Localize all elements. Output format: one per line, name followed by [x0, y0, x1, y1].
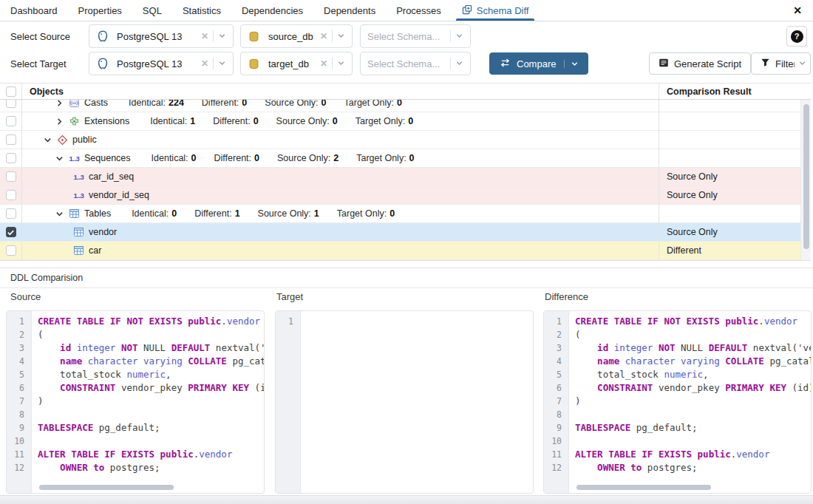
- count-source-only: Source Only:0: [265, 100, 326, 108]
- target-schema-select[interactable]: Select Schema...: [360, 52, 471, 75]
- row-checkbox[interactable]: [0, 149, 22, 167]
- scrollbar-thumb[interactable]: [803, 104, 809, 249]
- sequence-icon: 1..3: [72, 173, 85, 181]
- objects-column-header[interactable]: Objects: [22, 86, 659, 97]
- tab-dashboard[interactable]: Dashboard: [0, 0, 68, 21]
- table-row[interactable]: carDifferent: [0, 242, 811, 260]
- checkbox-unchecked[interactable]: [6, 190, 16, 200]
- tab-dependents[interactable]: Dependents: [313, 0, 386, 21]
- database-icon: [248, 31, 260, 42]
- checkbox-unchecked[interactable]: [6, 153, 16, 163]
- chevron-down-icon[interactable]: [53, 154, 65, 163]
- generate-script-button[interactable]: Generate Script: [649, 52, 751, 75]
- sql-code[interactable]: [301, 311, 533, 493]
- table-row[interactable]: vendorSource Only: [0, 223, 811, 242]
- postgres-icon: [96, 58, 109, 69]
- comparison-result-cell: [659, 131, 800, 149]
- compare-icon: [499, 58, 511, 69]
- source-database-select[interactable]: source_db ✕: [240, 24, 353, 48]
- tab-dependencies[interactable]: Dependencies: [231, 0, 313, 21]
- grid-vertical-scrollbar[interactable]: [800, 100, 811, 260]
- row-checkbox[interactable]: [0, 205, 22, 222]
- select-all-checkbox[interactable]: [0, 84, 22, 99]
- checkbox-unchecked[interactable]: [6, 171, 16, 182]
- chevron-down-icon[interactable]: [337, 31, 345, 42]
- tab-label: Schema Diff: [477, 5, 529, 16]
- table-row[interactable]: CastsIdentical:224Different:0Source Only…: [0, 100, 811, 112]
- chevron-down-icon[interactable]: [218, 58, 226, 69]
- grid-body: CastsIdentical:224Different:0Source Only…: [0, 100, 811, 260]
- code-line: ): [38, 395, 264, 408]
- code-line: [38, 408, 264, 421]
- table-row[interactable]: 1..3vendor_id_seqSource Only: [0, 186, 811, 205]
- checkbox-checked[interactable]: [6, 227, 16, 237]
- row-checkbox[interactable]: [0, 242, 22, 259]
- tab-label: Dashboard: [10, 5, 58, 16]
- checkbox-unchecked[interactable]: [6, 100, 16, 108]
- chevron-down-icon[interactable]: [53, 210, 65, 218]
- source-server-select[interactable]: PostgreSQL 13 ✕: [89, 24, 234, 48]
- target-ddl-editor[interactable]: 1: [275, 310, 534, 494]
- horizontal-scrollbar-thumb[interactable]: [576, 485, 711, 490]
- count-different: Different:0: [214, 153, 259, 163]
- code-line: [38, 435, 264, 448]
- row-checkbox[interactable]: [0, 186, 22, 204]
- horizontal-scrollbar-thumb[interactable]: [39, 485, 174, 490]
- checkbox-unchecked[interactable]: [6, 116, 16, 126]
- difference-ddl-editor[interactable]: 123456789101112 CREATE TABLE IF NOT EXIS…: [543, 310, 812, 494]
- target-database-select[interactable]: target_db ✕: [240, 52, 353, 75]
- tab-sql[interactable]: SQL: [132, 0, 172, 21]
- checkbox-unchecked[interactable]: [6, 245, 16, 256]
- row-checkbox[interactable]: [0, 100, 22, 112]
- chevron-down-icon[interactable]: [218, 31, 226, 42]
- clear-icon[interactable]: ✕: [320, 58, 327, 69]
- divider: [213, 30, 214, 42]
- clear-icon[interactable]: ✕: [320, 31, 327, 41]
- table-row[interactable]: TablesIdentical:0Different:1Source Only:…: [0, 205, 811, 223]
- tab-statistics[interactable]: Statistics: [172, 0, 231, 21]
- row-checkbox[interactable]: [0, 168, 22, 185]
- tab-properties[interactable]: Properties: [68, 0, 132, 21]
- close-icon[interactable]: ✕: [782, 0, 813, 21]
- row-content: 1..3car_id_seq: [22, 168, 659, 185]
- count-source-only: Source Only:0: [276, 116, 338, 126]
- comparison-result-cell: [659, 149, 800, 167]
- sql-code[interactable]: CREATE TABLE IF NOT EXISTS public.vendor…: [32, 311, 264, 493]
- chevron-down-icon[interactable]: [337, 58, 345, 69]
- row-content: car: [22, 242, 659, 259]
- count-target-only: Target Only:0: [344, 100, 402, 108]
- table-row[interactable]: 1..3SequencesIdentical:0Different:0Sourc…: [0, 149, 811, 168]
- table-row[interactable]: 1..3car_id_seqSource Only: [0, 168, 811, 186]
- chevron-down-icon[interactable]: [455, 31, 463, 42]
- table-row[interactable]: ExtensionsIdentical:1Different:0Source O…: [0, 112, 811, 131]
- filter-dropdown-button[interactable]: [795, 52, 811, 75]
- row-checkbox[interactable]: [0, 131, 22, 149]
- clear-icon[interactable]: ✕: [201, 58, 208, 69]
- help-button[interactable]: ?: [786, 26, 807, 47]
- chevron-down-icon[interactable]: [564, 60, 579, 68]
- table-row[interactable]: public: [0, 131, 811, 149]
- generate-script-label: Generate Script: [674, 58, 741, 69]
- chevron-down-icon[interactable]: [41, 136, 53, 144]
- row-content: TablesIdentical:0Different:1Source Only:…: [22, 205, 659, 222]
- source-ddl-editor[interactable]: 123456789101112 CREATE TABLE IF NOT EXIS…: [6, 310, 265, 494]
- count-identical: Identical:0: [132, 208, 177, 219]
- comparison-result-column-header[interactable]: Comparison Result: [659, 84, 800, 99]
- checkbox-unchecked[interactable]: [6, 134, 16, 145]
- row-checkbox[interactable]: [0, 223, 22, 241]
- chevron-right-icon[interactable]: [53, 100, 65, 107]
- source-schema-select[interactable]: Select Schema...: [360, 24, 471, 48]
- checkbox-unchecked[interactable]: [6, 208, 16, 219]
- row-checkbox[interactable]: [0, 112, 22, 130]
- select-source-row: Select Source PostgreSQL 13 ✕ source_db …: [0, 24, 813, 48]
- chevron-right-icon[interactable]: [53, 118, 65, 126]
- code-line: CONSTRAINT vendor_pkey PRIMARY KEY (id): [38, 381, 264, 395]
- sql-code[interactable]: CREATE TABLE IF NOT EXISTS public.vendor…: [569, 311, 811, 493]
- compare-button[interactable]: Compare: [489, 52, 588, 75]
- clear-icon[interactable]: ✕: [201, 31, 208, 41]
- tab-schema-diff[interactable]: Schema Diff: [452, 0, 540, 21]
- chevron-down-icon[interactable]: [455, 58, 463, 69]
- tab-processes[interactable]: Processes: [386, 0, 452, 21]
- comparison-result-cell: Source Only: [659, 186, 800, 204]
- target-server-select[interactable]: PostgreSQL 13 ✕: [89, 52, 234, 75]
